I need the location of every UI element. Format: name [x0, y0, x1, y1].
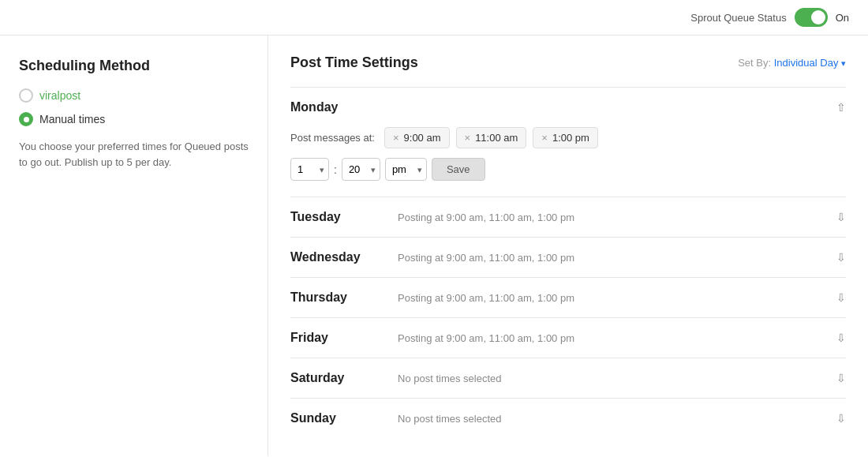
minute-select-wrapper: 00051015 20253035 40455055 [342, 158, 380, 181]
saturday-name: Saturday [290, 371, 385, 385]
wednesday-chevron: ⇩ [836, 251, 846, 264]
time-tag-100: × 1:00 pm [533, 127, 598, 148]
sunday-summary: No post times selected [398, 413, 836, 425]
toggle-on-label: On [836, 12, 849, 24]
save-button[interactable]: Save [432, 158, 485, 181]
viralpost-option[interactable]: viralpost [19, 88, 249, 103]
queue-toggle[interactable] [795, 8, 828, 27]
monday-chevron-up: ⇧ [836, 101, 846, 114]
sunday-header[interactable]: Sunday No post times selected ⇩ [290, 399, 846, 438]
thursday-name: Thursday [290, 290, 385, 305]
set-by-chevron: ▾ [841, 58, 846, 68]
day-section-sunday: Sunday No post times selected ⇩ [290, 398, 846, 438]
minute-select[interactable]: 00051015 20253035 40455055 [342, 158, 380, 181]
add-time-row: 1234 5678 9101112 : 00051015 20253035 40… [290, 158, 846, 181]
set-by-link[interactable]: Individual Day [774, 57, 839, 69]
time-tag-1100: × 11:00 am [456, 127, 527, 148]
saturday-header[interactable]: Saturday No post times selected ⇩ [290, 358, 846, 398]
day-section-thursday: Thursday Posting at 9:00 am, 11:00 am, 1… [290, 277, 846, 317]
post-messages-row: Post messages at: × 9:00 am × 11:00 am ×… [290, 127, 846, 148]
ampm-select[interactable]: am pm [385, 158, 427, 181]
friday-summary: Posting at 9:00 am, 11:00 am, 1:00 pm [398, 332, 836, 344]
day-section-wednesday: Wednesday Posting at 9:00 am, 11:00 am, … [290, 237, 846, 277]
right-panel: Post Time Settings Set By: Individual Da… [268, 36, 868, 456]
toggle-knob [811, 10, 825, 24]
manual-times-option[interactable]: Manual times [19, 112, 249, 126]
monday-name: Monday [290, 100, 385, 114]
left-panel: Scheduling Method viralpost Manual times… [0, 36, 268, 456]
tuesday-header[interactable]: Tuesday Posting at 9:00 am, 11:00 am, 1:… [290, 197, 846, 237]
monday-header[interactable]: Monday ⇧ [290, 88, 846, 127]
post-time-title: Post Time Settings [290, 54, 418, 71]
thursday-header[interactable]: Thursday Posting at 9:00 am, 11:00 am, 1… [290, 278, 846, 317]
saturday-summary: No post times selected [398, 373, 836, 384]
time-tag-label-100: 1:00 pm [552, 132, 589, 144]
day-section-tuesday: Tuesday Posting at 9:00 am, 11:00 am, 1:… [290, 197, 846, 237]
time-tag-x-1100[interactable]: × [465, 132, 471, 144]
set-by-prefix: Set By: [738, 57, 771, 69]
time-tag-x-900[interactable]: × [393, 132, 399, 144]
time-tag-x-100[interactable]: × [541, 132, 548, 144]
monday-expanded-content: Post messages at: × 9:00 am × 11:00 am ×… [290, 127, 846, 197]
hour-select-wrapper: 1234 5678 9101112 [290, 158, 329, 181]
sunday-chevron: ⇩ [836, 412, 846, 425]
sunday-name: Sunday [290, 411, 385, 425]
viralpost-radio[interactable] [19, 88, 33, 103]
friday-chevron: ⇩ [836, 332, 846, 344]
post-messages-label: Post messages at: [290, 132, 375, 144]
wednesday-summary: Posting at 9:00 am, 11:00 am, 1:00 pm [398, 252, 836, 264]
set-by: Set By: Individual Day ▾ [738, 57, 846, 69]
top-bar: Sprout Queue Status On [0, 0, 868, 36]
manual-radio[interactable] [19, 112, 33, 126]
manual-times-label: Manual times [39, 113, 105, 125]
wednesday-name: Wednesday [290, 250, 385, 264]
friday-name: Friday [290, 331, 385, 345]
tuesday-summary: Posting at 9:00 am, 11:00 am, 1:00 pm [398, 212, 836, 223]
day-section-monday: Monday ⇧ Post messages at: × 9:00 am × 1… [290, 87, 846, 197]
scheduling-description: You choose your preferred times for Queu… [19, 139, 249, 170]
queue-status-label: Sprout Queue Status [690, 12, 786, 24]
colon-separator: : [334, 163, 337, 176]
viralpost-label: viralpost [39, 89, 80, 102]
friday-header[interactable]: Friday Posting at 9:00 am, 11:00 am, 1:0… [290, 318, 846, 358]
thursday-summary: Posting at 9:00 am, 11:00 am, 1:00 pm [398, 292, 836, 304]
time-tag-900: × 9:00 am [384, 127, 450, 148]
post-time-header: Post Time Settings Set By: Individual Da… [290, 54, 846, 71]
hour-select[interactable]: 1234 5678 9101112 [290, 158, 329, 181]
main-layout: Scheduling Method viralpost Manual times… [0, 36, 868, 456]
ampm-select-wrapper: am pm [385, 158, 427, 181]
tuesday-chevron: ⇩ [836, 211, 846, 223]
saturday-chevron: ⇩ [836, 372, 846, 384]
time-tag-label-1100: 11:00 am [475, 132, 518, 144]
time-tag-label-900: 9:00 am [404, 132, 441, 144]
day-section-saturday: Saturday No post times selected ⇩ [290, 358, 846, 398]
tuesday-name: Tuesday [290, 210, 385, 224]
wednesday-header[interactable]: Wednesday Posting at 9:00 am, 11:00 am, … [290, 238, 846, 277]
day-section-friday: Friday Posting at 9:00 am, 11:00 am, 1:0… [290, 317, 846, 358]
scheduling-method-title: Scheduling Method [19, 58, 249, 74]
thursday-chevron: ⇩ [836, 291, 846, 304]
